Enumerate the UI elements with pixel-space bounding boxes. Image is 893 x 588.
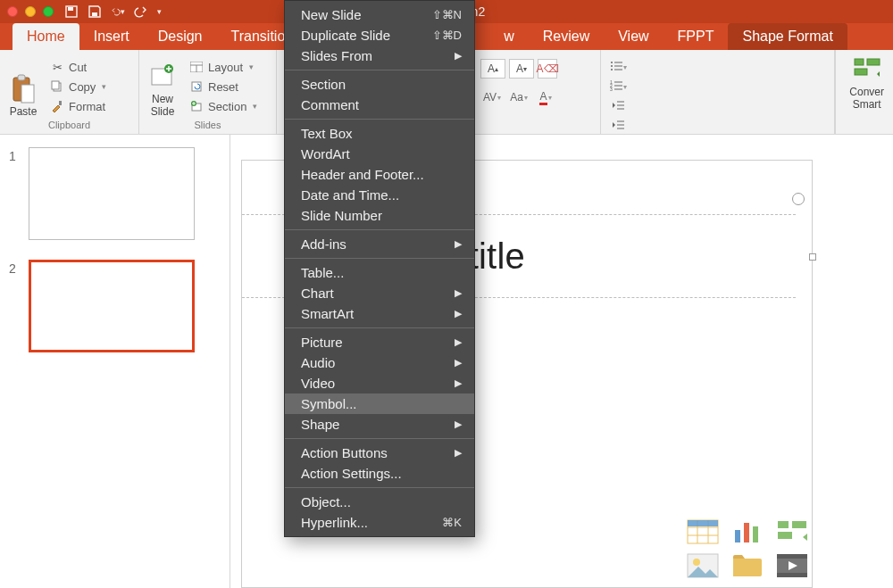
group-slides-label: Slides bbox=[145, 120, 271, 132]
eraser-icon: A⌫ bbox=[537, 62, 559, 75]
menu-action-buttons[interactable]: Action Buttons▶ bbox=[285, 443, 474, 463]
menu-audio[interactable]: Audio▶ bbox=[285, 352, 474, 373]
svg-rect-72 bbox=[688, 520, 718, 526]
menu-duplicate-slide[interactable]: Duplicate Slide⇧⌘D bbox=[285, 25, 474, 46]
new-slide-button[interactable]: New Slide bbox=[145, 54, 180, 120]
paste-button[interactable]: Paste bbox=[5, 54, 41, 120]
slide-thumbnail-pane[interactable]: 1 2 bbox=[0, 135, 230, 588]
undo-icon[interactable]: ▾ bbox=[111, 4, 125, 19]
layout-icon bbox=[189, 60, 204, 74]
new-slide-icon bbox=[148, 62, 177, 91]
svg-point-21 bbox=[611, 69, 613, 70]
tab-shape-format[interactable]: Shape Format bbox=[728, 23, 847, 50]
insert-online-picture-icon[interactable] bbox=[731, 553, 764, 578]
font-color-button[interactable]: A▾ bbox=[534, 87, 557, 107]
tab-insert[interactable]: Insert bbox=[79, 23, 144, 50]
minimize-window-button[interactable] bbox=[25, 6, 36, 17]
group-clipboard-label: Clipboard bbox=[5, 120, 133, 132]
save-icon[interactable] bbox=[88, 4, 102, 19]
menu-addins[interactable]: Add-ins▶ bbox=[285, 234, 474, 254]
smartart-icon bbox=[853, 55, 881, 84]
tab-view[interactable]: View bbox=[604, 23, 663, 50]
menu-text-box[interactable]: Text Box bbox=[285, 123, 474, 144]
group-paragraph: ▾ 123▾ ▾ llA▾ ▾ ▾ A▾ Paragraph bbox=[601, 50, 835, 134]
paste-label: Paste bbox=[10, 105, 38, 118]
tab-design[interactable]: Design bbox=[144, 23, 217, 50]
menu-slides-from[interactable]: Slides From▶ bbox=[285, 46, 474, 66]
submenu-arrow-icon: ▶ bbox=[455, 418, 462, 430]
submenu-arrow-icon: ▶ bbox=[455, 447, 462, 459]
insert-picture-icon[interactable] bbox=[687, 553, 719, 578]
cut-button[interactable]: ✂︎Cut bbox=[46, 59, 110, 75]
thumbnail[interactable] bbox=[29, 147, 195, 240]
insert-video-icon[interactable] bbox=[776, 553, 808, 578]
menu-shape[interactable]: Shape▶ bbox=[285, 414, 474, 435]
menu-wordart[interactable]: WordArt bbox=[285, 144, 474, 164]
submenu-arrow-icon: ▶ bbox=[455, 308, 462, 319]
increase-indent-button[interactable] bbox=[606, 116, 630, 136]
redo-icon[interactable] bbox=[134, 4, 148, 19]
content-placeholder-icons bbox=[683, 510, 812, 587]
change-case-button[interactable]: Aa▾ bbox=[507, 87, 530, 107]
thumbnail[interactable] bbox=[29, 260, 195, 352]
group-clipboard: Paste ✂︎Cut Copy▾ Format Clipboard bbox=[0, 50, 139, 134]
autosave-icon[interactable] bbox=[64, 4, 79, 19]
tab-fppt[interactable]: FPPT bbox=[663, 23, 729, 50]
tab-review[interactable]: Review bbox=[529, 23, 604, 50]
menu-symbol[interactable]: Symbol... bbox=[285, 393, 474, 414]
insert-table-icon[interactable] bbox=[687, 519, 719, 544]
rotate-handle[interactable] bbox=[792, 193, 805, 205]
menu-slide-number[interactable]: Slide Number bbox=[285, 205, 474, 226]
slide-thumbnail-1[interactable]: 1 bbox=[9, 147, 213, 240]
char-spacing-button[interactable]: AV▾ bbox=[480, 87, 504, 107]
menu-new-slide[interactable]: New Slide⇧⌘N bbox=[285, 4, 474, 25]
reset-button[interactable]: Reset bbox=[186, 79, 261, 95]
svg-rect-4 bbox=[18, 75, 25, 80]
menu-action-settings[interactable]: Action Settings... bbox=[285, 463, 474, 484]
zoom-window-button[interactable] bbox=[43, 6, 54, 17]
brush-icon bbox=[50, 99, 64, 113]
menu-section[interactable]: Section bbox=[285, 74, 474, 95]
resize-handle-right[interactable] bbox=[809, 253, 816, 261]
svg-rect-64 bbox=[855, 59, 864, 65]
menu-object[interactable]: Object... bbox=[285, 492, 474, 512]
insert-chart-icon[interactable] bbox=[731, 519, 764, 544]
svg-rect-82 bbox=[777, 554, 807, 559]
slide-thumbnail-2[interactable]: 2 bbox=[9, 260, 213, 352]
grow-font-button[interactable]: A▴ bbox=[480, 59, 505, 79]
indent-icon bbox=[612, 120, 624, 133]
close-window-button[interactable] bbox=[7, 6, 18, 17]
menu-header-footer[interactable]: Header and Footer... bbox=[285, 164, 474, 185]
tab-home[interactable]: Home bbox=[13, 23, 79, 50]
menu-picture[interactable]: Picture▶ bbox=[285, 332, 474, 352]
svg-rect-66 bbox=[855, 69, 867, 75]
svg-point-17 bbox=[611, 62, 613, 63]
numbering-icon: 123 bbox=[610, 80, 622, 94]
menu-chart[interactable]: Chart▶ bbox=[285, 283, 474, 303]
bullets-button[interactable]: ▾ bbox=[606, 57, 630, 77]
copy-button[interactable]: Copy▾ bbox=[46, 79, 110, 95]
menu-hyperlink[interactable]: Hyperlink...⌘K bbox=[285, 512, 474, 533]
menu-date-time[interactable]: Date and Time... bbox=[285, 185, 474, 205]
submenu-arrow-icon: ▶ bbox=[455, 357, 462, 369]
section-icon bbox=[189, 99, 204, 113]
group-convert: Conver Smart bbox=[836, 50, 893, 134]
convert-smartart-button[interactable]: Conver Smart bbox=[846, 54, 888, 112]
insert-smartart-icon[interactable] bbox=[776, 519, 808, 544]
decrease-indent-button[interactable] bbox=[606, 96, 630, 116]
svg-rect-5 bbox=[21, 85, 34, 103]
menu-table[interactable]: Table... bbox=[285, 262, 474, 283]
submenu-arrow-icon: ▶ bbox=[455, 287, 462, 299]
shrink-font-button[interactable]: A▾ bbox=[509, 59, 534, 79]
format-painter-button[interactable]: Format bbox=[46, 98, 110, 114]
qat-customize-icon[interactable]: ▾ bbox=[157, 7, 162, 16]
menu-video[interactable]: Video▶ bbox=[285, 373, 474, 393]
menu-smartart[interactable]: SmartArt▶ bbox=[285, 303, 474, 324]
layout-button[interactable]: Layout▾ bbox=[186, 59, 261, 75]
clear-format-button[interactable]: A⌫ bbox=[538, 59, 557, 79]
group-slides: New Slide Layout▾ Reset Section▾ Slides bbox=[139, 50, 277, 134]
menu-comment[interactable]: Comment bbox=[285, 95, 474, 115]
svg-rect-78 bbox=[778, 532, 792, 539]
section-button[interactable]: Section▾ bbox=[186, 98, 261, 114]
numbering-button[interactable]: 123▾ bbox=[606, 77, 630, 96]
